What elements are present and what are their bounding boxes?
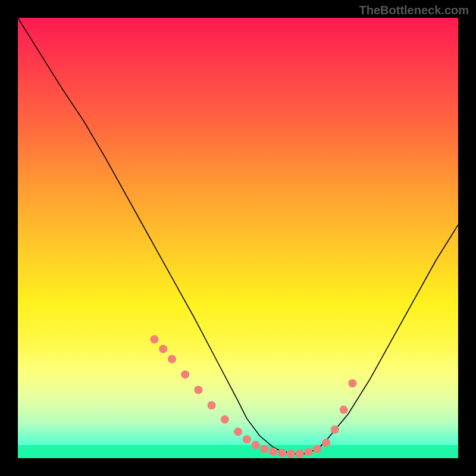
marker-dot <box>331 425 339 434</box>
marker-dot <box>159 345 167 353</box>
marker-dot <box>208 401 216 409</box>
marker-dot <box>260 445 268 453</box>
marker-dot <box>181 370 189 378</box>
marker-dot <box>278 449 286 457</box>
attribution-watermark: TheBottleneck.com <box>359 4 469 17</box>
marker-dots-group <box>150 335 356 458</box>
marker-dot <box>296 450 304 458</box>
marker-dot <box>269 447 277 456</box>
bottleneck-curve <box>18 18 458 454</box>
marker-dot <box>340 406 348 414</box>
marker-dot <box>322 439 330 447</box>
marker-dot <box>243 435 251 443</box>
chart-plot-area <box>18 18 458 458</box>
marker-dot <box>234 428 242 436</box>
marker-dot <box>150 335 158 343</box>
marker-dot <box>252 441 260 449</box>
marker-dot <box>221 415 229 424</box>
marker-dot <box>348 379 356 387</box>
marker-dot <box>287 450 295 458</box>
marker-dot <box>304 448 312 456</box>
marker-dot <box>194 386 202 394</box>
chart-svg <box>18 18 458 458</box>
marker-dot <box>168 355 176 364</box>
marker-dot <box>313 445 321 453</box>
